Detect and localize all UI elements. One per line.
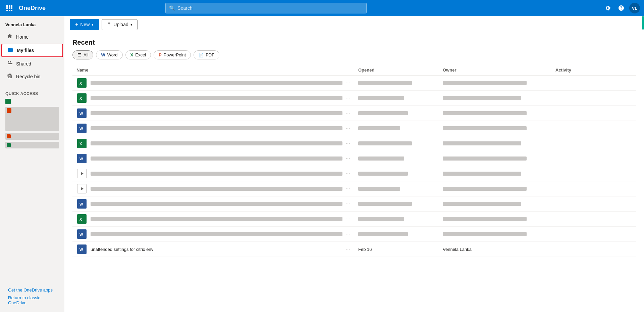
table-row[interactable]: W unattended settings for citrix env ···… <box>72 242 636 257</box>
word-icon: W <box>77 108 87 118</box>
table-row[interactable]: X ··· <box>72 91 636 106</box>
sidebar-item-recycle[interactable]: Recycle bin <box>1 71 63 83</box>
excel-icon: X <box>77 78 87 88</box>
upload-button[interactable]: Upload ▾ <box>102 19 137 30</box>
content-area: Recent ☰ All W Word X Excel P PowerPoint <box>64 33 644 312</box>
scrollbar-thumb <box>642 16 644 30</box>
more-icon[interactable]: ··· <box>346 246 350 252</box>
word-icon: W <box>77 154 87 163</box>
more-icon[interactable]: ··· <box>346 110 350 116</box>
user-avatar[interactable]: VL <box>629 3 640 13</box>
new-label: New <box>80 22 90 27</box>
topbar-right: VL <box>602 3 640 13</box>
table-row[interactable]: ··· <box>72 166 636 181</box>
table-row[interactable]: ··· <box>72 181 636 196</box>
filter-powerpoint[interactable]: P PowerPoint <box>154 50 191 59</box>
excel-icon: X <box>77 139 87 148</box>
sidebar-divider <box>5 86 59 86</box>
sidebar-item-myfiles[interactable]: My files <box>1 44 63 57</box>
svg-rect-4 <box>9 7 10 9</box>
new-chevron-icon: ▾ <box>92 23 94 27</box>
filter-pdf[interactable]: 📄 PDF <box>194 50 219 59</box>
table-row[interactable]: W ··· <box>72 121 636 136</box>
svg-text:X: X <box>79 81 82 85</box>
filter-bar: ☰ All W Word X Excel P PowerPoint 📄 P <box>72 50 636 59</box>
svg-rect-7 <box>9 10 10 11</box>
help-button[interactable] <box>616 3 627 13</box>
more-icon[interactable]: ··· <box>346 80 350 86</box>
filter-all[interactable]: ☰ All <box>72 50 93 59</box>
table-row[interactable]: W ··· <box>72 106 636 121</box>
upload-chevron-icon: ▾ <box>130 23 132 27</box>
upload-label: Upload <box>113 22 128 27</box>
quick-access-thumbnails <box>0 97 64 150</box>
video-icon <box>77 184 87 193</box>
settings-button[interactable] <box>602 3 613 13</box>
svg-marker-22 <box>81 172 84 175</box>
all-icon: ☰ <box>77 52 82 57</box>
toolbar: + New ▾ Upload ▾ <box>64 16 644 33</box>
more-icon[interactable]: ··· <box>346 125 350 131</box>
pdf-filter-icon: 📄 <box>199 53 204 57</box>
search-input[interactable] <box>177 5 363 11</box>
table-row[interactable]: W ··· <box>72 227 636 242</box>
svg-text:W: W <box>79 157 83 161</box>
table-row[interactable]: X ··· <box>72 212 636 227</box>
get-apps-link[interactable]: Get the OneDrive apps <box>3 286 62 294</box>
excel-icon: X <box>77 93 87 103</box>
file-owner: Vennela Lanka <box>439 242 551 257</box>
recent-title: Recent <box>72 39 636 46</box>
svg-text:W: W <box>79 248 83 252</box>
filter-word[interactable]: W Word <box>96 50 122 59</box>
svg-text:W: W <box>79 127 83 131</box>
sidebar-item-shared[interactable]: Shared <box>1 58 63 70</box>
table-row[interactable]: W ··· <box>72 196 636 212</box>
home-icon <box>7 34 13 40</box>
sidebar-item-myfiles-label: My files <box>17 48 34 53</box>
more-icon[interactable]: ··· <box>346 231 350 237</box>
recycle-icon <box>7 73 13 80</box>
more-icon[interactable]: ··· <box>346 95 350 101</box>
search-icon: 🔍 <box>169 5 175 11</box>
svg-rect-8 <box>11 10 12 11</box>
sidebar: Vennela Lanka Home My files <box>0 16 64 312</box>
right-scrollbar[interactable] <box>641 16 644 312</box>
svg-rect-0 <box>6 5 8 7</box>
sidebar-item-home-label: Home <box>16 34 29 40</box>
more-icon[interactable]: ··· <box>346 186 350 192</box>
table-row[interactable]: W ··· <box>72 151 636 166</box>
file-name: unattended settings for citrix env <box>91 247 153 252</box>
col-name: Name <box>72 65 354 76</box>
table-row[interactable]: X ··· <box>72 136 636 151</box>
video-icon <box>77 169 87 178</box>
plus-icon: + <box>75 21 78 28</box>
waffle-menu[interactable] <box>4 3 15 13</box>
layout: Vennela Lanka Home My files <box>0 16 644 312</box>
excel-filter-icon: X <box>130 52 133 57</box>
more-icon[interactable]: ··· <box>346 216 350 222</box>
more-icon[interactable]: ··· <box>346 155 350 162</box>
col-opened: Opened <box>354 65 439 76</box>
shared-icon <box>7 60 13 67</box>
table-row[interactable]: X ··· <box>72 76 636 91</box>
more-icon[interactable]: ··· <box>346 171 350 177</box>
sidebar-user-name: Vennela Lanka <box>0 19 64 31</box>
svg-rect-3 <box>6 7 8 9</box>
svg-marker-23 <box>81 187 84 190</box>
sidebar-item-home[interactable]: Home <box>1 31 63 43</box>
search-bar[interactable]: 🔍 <box>165 3 367 13</box>
svg-text:X: X <box>79 217 82 221</box>
file-table: Name Opened Owner Activity X <box>72 65 636 257</box>
more-icon[interactable]: ··· <box>346 201 350 207</box>
upload-icon <box>107 22 111 28</box>
svg-text:W: W <box>79 232 83 236</box>
sidebar-item-recycle-label: Recycle bin <box>16 74 40 79</box>
svg-rect-1 <box>9 5 10 7</box>
new-button[interactable]: + New ▾ <box>70 19 99 30</box>
word-filter-icon: W <box>101 52 105 57</box>
svg-text:W: W <box>79 202 83 206</box>
col-owner: Owner <box>439 65 551 76</box>
classic-link[interactable]: Return to classic OneDrive <box>3 294 62 307</box>
filter-excel[interactable]: X Excel <box>125 50 151 59</box>
more-icon[interactable]: ··· <box>346 140 350 146</box>
